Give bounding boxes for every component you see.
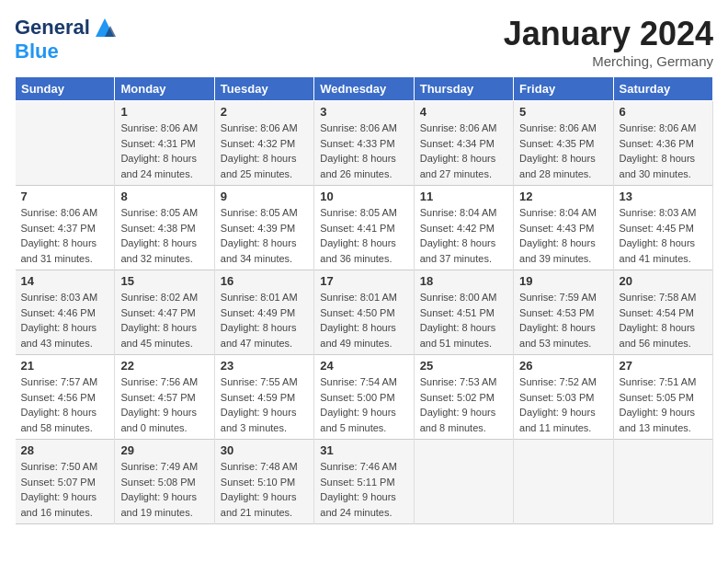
day-number: 19 <box>519 274 607 288</box>
calendar-cell <box>16 101 115 186</box>
calendar-cell: 17Sunrise: 8:01 AM Sunset: 4:50 PM Dayli… <box>314 270 414 355</box>
calendar-table: SundayMondayTuesdayWednesdayThursdayFrid… <box>15 76 713 524</box>
day-number: 7 <box>21 190 109 203</box>
day-info: Sunrise: 8:06 AM Sunset: 4:36 PM Dayligh… <box>620 121 707 181</box>
day-number: 25 <box>420 359 507 373</box>
calendar-cell: 27Sunrise: 7:51 AM Sunset: 5:05 PM Dayli… <box>613 355 712 440</box>
day-info: Sunrise: 8:03 AM Sunset: 4:46 PM Dayligh… <box>21 290 109 350</box>
day-number: 4 <box>420 105 507 119</box>
day-info: Sunrise: 8:02 AM Sunset: 4:47 PM Dayligh… <box>120 290 208 350</box>
day-number: 9 <box>221 190 308 203</box>
calendar-cell: 11Sunrise: 8:04 AM Sunset: 4:42 PM Dayli… <box>414 186 513 270</box>
calendar-header-row: SundayMondayTuesdayWednesdayThursdayFrid… <box>16 77 713 101</box>
calendar-cell: 8Sunrise: 8:05 AM Sunset: 4:38 PM Daylig… <box>115 186 214 270</box>
calendar-cell: 1Sunrise: 8:06 AM Sunset: 4:31 PM Daylig… <box>115 101 214 186</box>
day-number: 26 <box>519 359 607 373</box>
calendar-cell: 9Sunrise: 8:05 AM Sunset: 4:39 PM Daylig… <box>214 186 313 270</box>
week-row-5: 28Sunrise: 7:50 AM Sunset: 5:07 PM Dayli… <box>16 440 713 524</box>
header-day-thursday: Thursday <box>414 77 513 101</box>
day-info: Sunrise: 8:04 AM Sunset: 4:43 PM Dayligh… <box>519 205 607 266</box>
day-info: Sunrise: 7:53 AM Sunset: 5:02 PM Dayligh… <box>420 374 507 435</box>
day-number: 1 <box>120 105 208 119</box>
day-number: 14 <box>21 274 109 288</box>
day-info: Sunrise: 7:54 AM Sunset: 5:00 PM Dayligh… <box>320 374 407 435</box>
header-day-tuesday: Tuesday <box>214 77 313 101</box>
day-info: Sunrise: 7:59 AM Sunset: 4:53 PM Dayligh… <box>519 290 607 350</box>
day-number: 23 <box>221 359 308 373</box>
day-info: Sunrise: 8:00 AM Sunset: 4:51 PM Dayligh… <box>420 290 507 350</box>
calendar-cell: 24Sunrise: 7:54 AM Sunset: 5:00 PM Dayli… <box>314 355 414 440</box>
day-info: Sunrise: 8:06 AM Sunset: 4:32 PM Dayligh… <box>221 121 308 181</box>
month-title: January 2024 <box>504 15 713 53</box>
day-info: Sunrise: 8:01 AM Sunset: 4:50 PM Dayligh… <box>320 290 407 350</box>
calendar-cell: 16Sunrise: 8:01 AM Sunset: 4:49 PM Dayli… <box>214 270 313 355</box>
day-info: Sunrise: 7:49 AM Sunset: 5:08 PM Dayligh… <box>120 459 208 520</box>
calendar-cell: 14Sunrise: 8:03 AM Sunset: 4:46 PM Dayli… <box>16 270 115 355</box>
day-info: Sunrise: 8:05 AM Sunset: 4:41 PM Dayligh… <box>320 205 407 266</box>
day-number: 8 <box>120 190 208 203</box>
day-number: 5 <box>519 105 607 119</box>
calendar-cell: 28Sunrise: 7:50 AM Sunset: 5:07 PM Dayli… <box>16 440 115 524</box>
page-header: General Blue January 2024 Merching, Germ… <box>15 15 713 69</box>
day-number: 12 <box>519 190 607 203</box>
calendar-cell: 2Sunrise: 8:06 AM Sunset: 4:32 PM Daylig… <box>214 101 313 186</box>
day-info: Sunrise: 7:56 AM Sunset: 4:57 PM Dayligh… <box>120 374 208 435</box>
day-number: 22 <box>120 359 208 373</box>
calendar-cell: 18Sunrise: 8:00 AM Sunset: 4:51 PM Dayli… <box>414 270 513 355</box>
day-info: Sunrise: 8:06 AM Sunset: 4:33 PM Dayligh… <box>320 121 407 181</box>
calendar-cell: 12Sunrise: 8:04 AM Sunset: 4:43 PM Dayli… <box>514 186 613 270</box>
day-number: 3 <box>320 105 407 119</box>
calendar-cell: 13Sunrise: 8:03 AM Sunset: 4:45 PM Dayli… <box>613 186 712 270</box>
logo-icon <box>92 15 118 40</box>
header-day-wednesday: Wednesday <box>314 77 414 101</box>
day-info: Sunrise: 7:58 AM Sunset: 4:54 PM Dayligh… <box>620 290 707 350</box>
calendar-cell: 22Sunrise: 7:56 AM Sunset: 4:57 PM Dayli… <box>115 355 214 440</box>
calendar-cell: 29Sunrise: 7:49 AM Sunset: 5:08 PM Dayli… <box>115 440 214 524</box>
day-info: Sunrise: 8:01 AM Sunset: 4:49 PM Dayligh… <box>221 290 308 350</box>
week-row-2: 7Sunrise: 8:06 AM Sunset: 4:37 PM Daylig… <box>16 186 713 270</box>
calendar-cell: 23Sunrise: 7:55 AM Sunset: 4:59 PM Dayli… <box>214 355 313 440</box>
calendar-cell: 4Sunrise: 8:06 AM Sunset: 4:34 PM Daylig… <box>414 101 513 186</box>
calendar-cell: 10Sunrise: 8:05 AM Sunset: 4:41 PM Dayli… <box>314 186 414 270</box>
calendar-cell: 7Sunrise: 8:06 AM Sunset: 4:37 PM Daylig… <box>16 186 115 270</box>
calendar-cell: 5Sunrise: 8:06 AM Sunset: 4:35 PM Daylig… <box>514 101 613 186</box>
day-info: Sunrise: 7:57 AM Sunset: 4:56 PM Dayligh… <box>21 374 109 435</box>
week-row-3: 14Sunrise: 8:03 AM Sunset: 4:46 PM Dayli… <box>16 270 713 355</box>
day-number: 6 <box>620 105 707 119</box>
location: Merching, Germany <box>504 53 713 69</box>
week-row-4: 21Sunrise: 7:57 AM Sunset: 4:56 PM Dayli… <box>16 355 713 440</box>
day-number: 30 <box>221 443 308 457</box>
calendar-cell: 25Sunrise: 7:53 AM Sunset: 5:02 PM Dayli… <box>414 355 513 440</box>
calendar-cell <box>414 440 513 524</box>
calendar-cell: 15Sunrise: 8:02 AM Sunset: 4:47 PM Dayli… <box>115 270 214 355</box>
day-info: Sunrise: 7:50 AM Sunset: 5:07 PM Dayligh… <box>21 459 109 520</box>
day-info: Sunrise: 8:06 AM Sunset: 4:35 PM Dayligh… <box>519 121 607 181</box>
day-info: Sunrise: 8:05 AM Sunset: 4:39 PM Dayligh… <box>221 205 308 266</box>
day-number: 20 <box>620 274 707 288</box>
day-number: 15 <box>120 274 208 288</box>
day-info: Sunrise: 8:06 AM Sunset: 4:37 PM Dayligh… <box>21 205 109 266</box>
logo: General Blue <box>15 15 118 63</box>
calendar-cell: 21Sunrise: 7:57 AM Sunset: 4:56 PM Dayli… <box>16 355 115 440</box>
day-info: Sunrise: 7:52 AM Sunset: 5:03 PM Dayligh… <box>519 374 607 435</box>
week-row-1: 1Sunrise: 8:06 AM Sunset: 4:31 PM Daylig… <box>16 101 713 186</box>
calendar-cell <box>613 440 712 524</box>
day-info: Sunrise: 8:05 AM Sunset: 4:38 PM Dayligh… <box>120 205 208 266</box>
calendar-cell: 3Sunrise: 8:06 AM Sunset: 4:33 PM Daylig… <box>314 101 414 186</box>
day-info: Sunrise: 7:48 AM Sunset: 5:10 PM Dayligh… <box>221 459 308 520</box>
day-number: 27 <box>620 359 707 373</box>
day-number: 21 <box>21 359 109 373</box>
day-number: 31 <box>320 443 407 457</box>
header-day-friday: Friday <box>514 77 613 101</box>
calendar-cell: 6Sunrise: 8:06 AM Sunset: 4:36 PM Daylig… <box>613 101 712 186</box>
header-day-monday: Monday <box>115 77 214 101</box>
day-number: 24 <box>320 359 407 373</box>
calendar-cell <box>514 440 613 524</box>
calendar-cell: 19Sunrise: 7:59 AM Sunset: 4:53 PM Dayli… <box>514 270 613 355</box>
calendar-cell: 31Sunrise: 7:46 AM Sunset: 5:11 PM Dayli… <box>314 440 414 524</box>
day-info: Sunrise: 8:06 AM Sunset: 4:34 PM Dayligh… <box>420 121 507 181</box>
day-number: 29 <box>120 443 208 457</box>
calendar-cell: 20Sunrise: 7:58 AM Sunset: 4:54 PM Dayli… <box>613 270 712 355</box>
logo-text: General <box>15 17 90 39</box>
day-number: 18 <box>420 274 507 288</box>
